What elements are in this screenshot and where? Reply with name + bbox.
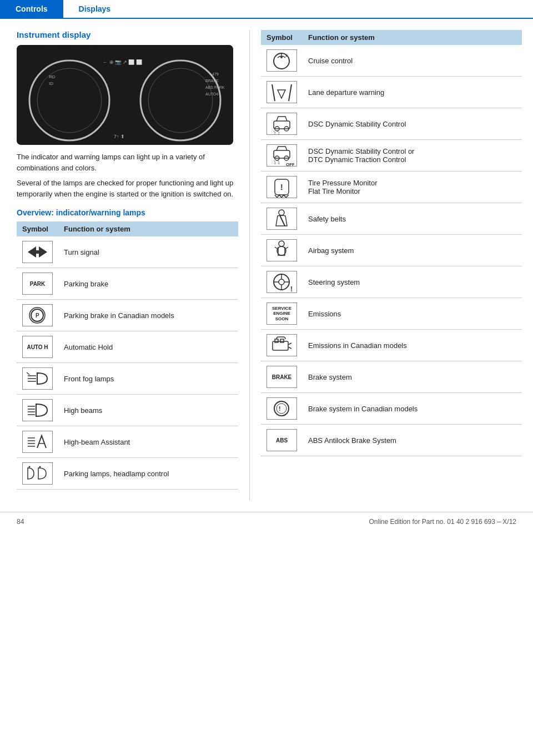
parking-lamps-icon — [22, 462, 53, 485]
svg-text:479: 479 — [212, 72, 219, 76]
parking-brake-canada-icon: P — [22, 304, 53, 326]
online-edition: Online Edition for Part no. 01 40 2 916 … — [369, 518, 516, 526]
function-parking-brake-canada: Parking brake in Canadian models — [58, 300, 238, 331]
function-safety-belts: Safety belts — [303, 203, 522, 235]
symbol-cell-front-fog — [17, 363, 58, 395]
right-table-header-symbol: Symbol — [261, 30, 303, 45]
svg-point-49 — [279, 210, 284, 215]
svg-point-33 — [39, 466, 41, 468]
function-turn-signal: Turn signal — [58, 236, 238, 268]
symbol-cell-steering: ! — [261, 266, 303, 298]
airbag-icon — [266, 239, 297, 261]
table-row: Emissions in Canadian models — [261, 330, 522, 361]
svg-rect-43 — [274, 150, 290, 158]
safety-belts-icon — [266, 208, 297, 230]
table-row: Lane departure warning — [261, 77, 522, 108]
high-beam-assistant-icon — [22, 431, 53, 453]
table-row: ! Tire Pressure Monitor Flat Tire Monito… — [261, 172, 522, 203]
left-column: Instrument display ← ⊕ 📷 ↗ ⬜ ⬜ RD ID — [0, 30, 250, 501]
table-row: Airbag system — [261, 235, 522, 266]
table-row: High-beam Assistant — [17, 426, 238, 458]
tab-controls[interactable]: Controls — [0, 0, 63, 18]
right-column: Symbol Function or system — [250, 30, 533, 501]
table-row: ! Brake system in Canadian models — [261, 393, 522, 425]
emissions-icon: SERVICE ENGINE SOON — [266, 303, 297, 325]
right-symbol-table: Symbol Function or system — [261, 30, 522, 456]
function-brake: Brake system — [303, 361, 522, 393]
svg-line-39 — [289, 84, 291, 101]
svg-line-50 — [280, 215, 285, 226]
function-dsc-off: DSC Dynamic Stability Control or DTC Dyn… — [303, 140, 522, 172]
svg-point-32 — [29, 466, 31, 468]
steering-icon: ! — [266, 271, 297, 293]
svg-text:!: ! — [280, 183, 283, 191]
dsc-icon — [266, 113, 297, 135]
symbol-cell-safety-belts — [261, 203, 303, 235]
svg-text:!: ! — [290, 285, 293, 293]
function-auto-hold: Automatic Hold — [58, 331, 238, 363]
function-high-beam-assistant: High-beam Assistant — [58, 426, 238, 458]
svg-text:P: P — [36, 313, 39, 319]
svg-text:AUTO4: AUTO4 — [205, 92, 218, 96]
symbol-cell-cruise — [261, 45, 303, 77]
svg-line-38 — [272, 84, 275, 101]
front-fog-icon — [22, 367, 53, 390]
table-row: High beams — [17, 395, 238, 426]
symbol-cell-parking-brake-canada: P — [17, 300, 58, 331]
tab-bar: Controls Displays — [0, 0, 533, 19]
brake-system-icon: BRAKE — [266, 366, 297, 388]
function-brake-canada: Brake system in Canadian models — [303, 393, 522, 425]
symbol-cell-high-beams — [17, 395, 58, 426]
svg-line-65 — [288, 343, 291, 345]
dsc-off-icon: OFF — [266, 144, 297, 167]
symbol-cell-high-beam-assistant — [17, 426, 58, 458]
symbol-cell-brake: BRAKE — [261, 361, 303, 393]
svg-marker-15 — [31, 246, 47, 258]
svg-rect-63 — [275, 339, 278, 342]
function-dsc: DSC Dynamic Stability Control — [303, 108, 522, 140]
page-number: 84 — [17, 518, 24, 526]
table-row: Turn signal — [17, 236, 238, 268]
symbol-cell-parking-brake: PARK — [17, 268, 58, 300]
right-table-header-function: Function or system — [303, 30, 522, 45]
high-beams-icon — [22, 399, 53, 421]
svg-rect-40 — [274, 121, 290, 129]
tire-pressure-icon: ! — [266, 176, 297, 198]
svg-point-51 — [279, 241, 284, 246]
table-row: OFF DSC Dynamic Stability Control or DTC… — [261, 140, 522, 172]
function-parking-brake: Parking brake — [58, 268, 238, 300]
emissions-canada-icon — [266, 334, 297, 356]
table-row: PARK Parking brake — [17, 268, 238, 300]
table-row: Cruise control — [261, 45, 522, 77]
instrument-display-title: Instrument display — [17, 30, 238, 39]
symbol-cell-emissions: SERVICE ENGINE SOON — [261, 298, 303, 330]
svg-text:← ⊕ 📷 ↗ ⬜ ⬜: ← ⊕ 📷 ↗ ⬜ ⬜ — [103, 59, 143, 65]
symbol-cell-abs: ABS — [261, 425, 303, 456]
svg-text:7↑  ⬆: 7↑ ⬆ — [114, 134, 125, 139]
brake-canada-icon: ! — [266, 397, 297, 420]
auto-hold-icon: AUTO H — [22, 336, 53, 358]
svg-text:ID: ID — [49, 81, 53, 86]
table-row: SERVICE ENGINE SOON Emissions — [261, 298, 522, 330]
description-1: The indicator and warning lamps can ligh… — [17, 152, 238, 173]
table-row: ! Steering system — [261, 266, 522, 298]
symbol-cell-airbag — [261, 235, 303, 266]
svg-point-69 — [276, 404, 286, 414]
left-table-header-function: Function or system — [58, 221, 238, 236]
function-emissions-canada: Emissions in Canadian models — [303, 330, 522, 361]
svg-text:RD: RD — [49, 74, 56, 79]
left-table-header-symbol: Symbol — [17, 221, 58, 236]
main-content: Instrument display ← ⊕ 📷 ↗ ⬜ ⬜ RD ID — [0, 19, 533, 501]
function-cruise: Cruise control — [303, 45, 522, 77]
function-tire-pressure: Tire Pressure Monitor Flat Tire Monitor — [303, 172, 522, 203]
symbol-cell-auto-hold: AUTO H — [17, 331, 58, 363]
table-row: Parking lamps, headlamp control — [17, 458, 238, 490]
svg-point-56 — [279, 279, 284, 285]
tab-displays[interactable]: Displays — [63, 0, 127, 18]
svg-text:BRAKE: BRAKE — [205, 79, 219, 83]
overview-title: Overview: indicator/warning lamps — [17, 208, 238, 217]
table-row: P Parking brake in Canadian models — [17, 300, 238, 331]
table-row: ABS ABS Antilock Brake System — [261, 425, 522, 456]
symbol-cell-dsc — [261, 108, 303, 140]
svg-text:ABS PARK: ABS PARK — [205, 85, 225, 89]
